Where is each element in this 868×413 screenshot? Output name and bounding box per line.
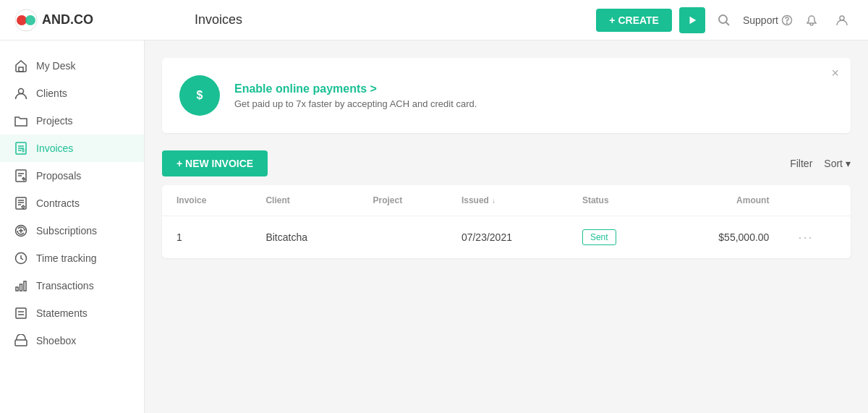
- bar-chart-icon: [14, 279, 27, 292]
- sidebar-item-time-tracking[interactable]: Time tracking: [0, 244, 144, 272]
- issued-sort-icon: ↓: [492, 197, 495, 205]
- status-badge: Sent: [582, 229, 616, 245]
- payment-banner: $ Enable online payments > Get paid up t…: [162, 58, 851, 133]
- person-icon: [14, 87, 27, 100]
- sidebar-item-statements[interactable]: Statements: [0, 299, 144, 327]
- sidebar-item-proposals[interactable]: Proposals: [0, 162, 144, 190]
- cell-issued: 07/23/2021: [447, 216, 568, 259]
- sidebar-label-projects: Projects: [36, 115, 73, 127]
- logo: AND.CO: [14, 9, 93, 32]
- dollar-icon: $: [190, 85, 210, 106]
- header-actions: + CREATE Support: [596, 7, 854, 33]
- col-amount: Amount: [663, 185, 783, 216]
- shoebox-icon: [14, 334, 27, 347]
- more-options-button[interactable]: ···: [798, 230, 813, 244]
- col-client: Client: [251, 185, 358, 216]
- sidebar-item-my-desk[interactable]: My Desk: [0, 52, 144, 80]
- cell-client: Bitcatcha: [251, 216, 358, 259]
- clock-icon: [14, 252, 27, 265]
- subscriptions-icon: [14, 224, 27, 237]
- banner-text: Enable online payments > Get paid up to …: [234, 82, 477, 109]
- invoice-toolbar: + NEW INVOICE Filter Sort ▾: [162, 150, 851, 176]
- svg-rect-28: [16, 308, 26, 318]
- col-issued[interactable]: Issued ↓: [447, 185, 568, 216]
- cell-invoice-number: 1: [162, 216, 251, 259]
- header: AND.CO Invoices + CREATE Support: [0, 0, 868, 41]
- svg-rect-25: [16, 287, 18, 291]
- contracts-icon: [14, 197, 27, 210]
- col-project: Project: [358, 185, 446, 216]
- col-status: Status: [568, 185, 663, 216]
- sidebar-label-contracts: Contracts: [36, 197, 80, 209]
- chevron-down-icon: ▾: [846, 158, 851, 169]
- sidebar-label-subscriptions: Subscriptions: [36, 225, 97, 237]
- play-icon: [687, 15, 697, 25]
- search-icon[interactable]: [712, 9, 736, 32]
- cell-project: [358, 216, 446, 259]
- proposals-icon: [14, 169, 27, 182]
- sidebar-item-invoices[interactable]: $ Invoices: [0, 135, 144, 162]
- svg-point-6: [787, 22, 788, 23]
- cell-amount: $55,000.00: [663, 216, 783, 259]
- svg-rect-31: [15, 340, 27, 346]
- svg-line-5: [726, 22, 729, 25]
- col-actions: [783, 185, 851, 216]
- table-header: Invoice Client Project Issued ↓ Status A…: [162, 185, 851, 216]
- sidebar-label-transactions: Transactions: [36, 280, 94, 291]
- svg-text:$: $: [197, 89, 203, 101]
- svg-point-1: [17, 15, 27, 25]
- toolbar-right: Filter Sort ▾: [790, 158, 851, 169]
- logo-text: AND.CO: [42, 12, 93, 27]
- main-content: $ Enable online payments > Get paid up t…: [145, 41, 868, 413]
- sidebar-label-clients: Clients: [36, 88, 67, 99]
- svg-point-9: [19, 89, 24, 94]
- folder-icon: [14, 114, 27, 127]
- play-button[interactable]: [679, 7, 705, 33]
- banner-icon: $: [179, 75, 220, 116]
- sidebar-item-clients[interactable]: Clients: [0, 80, 144, 107]
- notification-icon[interactable]: [800, 9, 823, 32]
- sidebar-item-subscriptions[interactable]: Subscriptions: [0, 217, 144, 244]
- invoices-table: Invoice Client Project Issued ↓ Status A…: [162, 185, 851, 258]
- svg-text:$: $: [22, 148, 25, 153]
- statements-icon: [14, 307, 27, 320]
- svg-rect-27: [24, 281, 26, 291]
- filter-button[interactable]: Filter: [790, 158, 812, 169]
- svg-point-2: [25, 15, 35, 25]
- avatar[interactable]: [830, 9, 854, 32]
- invoices-table-container: Invoice Client Project Issued ↓ Status A…: [162, 185, 851, 258]
- table-body: 1 Bitcatcha 07/23/2021 Sent $55,000.00 ·…: [162, 216, 851, 259]
- svg-point-4: [719, 15, 727, 23]
- sidebar-label-shoebox: Shoebox: [36, 335, 76, 346]
- svg-rect-26: [20, 284, 22, 291]
- sidebar-item-transactions[interactable]: Transactions: [0, 272, 144, 299]
- sidebar-item-contracts[interactable]: Contracts: [0, 190, 144, 217]
- page-title: Invoices: [195, 12, 242, 27]
- sort-button[interactable]: Sort ▾: [824, 158, 851, 169]
- home-icon: [14, 59, 27, 72]
- sidebar-item-shoebox[interactable]: Shoebox: [0, 327, 144, 354]
- sidebar-label-statements: Statements: [36, 307, 88, 319]
- banner-close-button[interactable]: ×: [831, 67, 839, 80]
- sidebar-label-time-tracking: Time tracking: [36, 252, 97, 264]
- col-invoice: Invoice: [162, 185, 251, 216]
- invoice-icon: $: [14, 142, 27, 155]
- banner-description: Get paid up to 7x faster by accepting AC…: [234, 98, 477, 109]
- svg-rect-8: [19, 67, 23, 72]
- banner-title[interactable]: Enable online payments >: [234, 82, 477, 95]
- create-button[interactable]: + CREATE: [596, 9, 672, 32]
- sidebar: My Desk Clients Projects: [0, 41, 145, 413]
- cell-more-actions[interactable]: ···: [783, 216, 851, 259]
- logo-icon: [14, 9, 38, 32]
- new-invoice-button[interactable]: + NEW INVOICE: [162, 150, 268, 176]
- sidebar-item-projects[interactable]: Projects: [0, 107, 144, 135]
- table-row[interactable]: 1 Bitcatcha 07/23/2021 Sent $55,000.00 ·…: [162, 216, 851, 259]
- cell-status: Sent: [568, 216, 663, 259]
- svg-point-7: [840, 16, 844, 20]
- support-label: Support: [743, 14, 778, 26]
- support-button[interactable]: Support: [743, 14, 793, 26]
- sidebar-label-proposals: Proposals: [36, 170, 81, 182]
- svg-marker-3: [689, 16, 696, 24]
- layout: My Desk Clients Projects: [0, 41, 868, 413]
- sidebar-label-invoices: Invoices: [36, 142, 73, 154]
